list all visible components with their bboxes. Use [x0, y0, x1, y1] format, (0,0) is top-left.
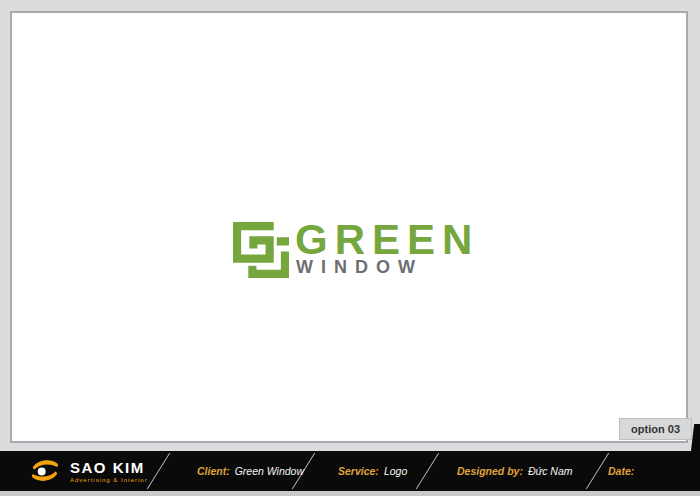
footer-bar: SAO KIM Advertising & Interior Client: G…: [0, 451, 700, 491]
footer-corner-wedge: [691, 424, 700, 451]
field-designed-by-value: Đức Nam: [528, 465, 573, 477]
green-window-frames-icon: [233, 222, 289, 278]
footer-separator: [586, 453, 609, 489]
saokim-brand: SAO KIM Advertising & Interior: [28, 451, 148, 491]
field-service-label: Service:: [338, 465, 379, 477]
field-client-label: Client:: [197, 465, 230, 477]
footer-separator: [147, 453, 170, 489]
saokim-eye-icon: [28, 454, 62, 488]
option-badge: option 03: [619, 418, 692, 440]
field-client-value: Green Window: [235, 465, 304, 477]
field-date: Date:: [608, 451, 639, 491]
field-date-label: Date:: [608, 465, 634, 477]
saokim-tagline: Advertising & Interior: [70, 477, 148, 483]
saokim-brand-text: SAO KIM Advertising & Interior: [70, 460, 148, 483]
saokim-name: SAO KIM: [70, 460, 148, 475]
field-service: Service: Logo: [338, 451, 407, 491]
bottom-strip: [0, 491, 700, 496]
field-service-value: Logo: [384, 465, 407, 477]
footer-separator: [416, 453, 439, 489]
field-client: Client: Green Window: [197, 451, 304, 491]
field-designed-by: Designed by: Đức Nam: [457, 451, 573, 491]
logo-wordmark: GREEN: [295, 219, 479, 261]
logo-subtext: WINDOW: [296, 258, 423, 276]
presentation-page: GREEN WINDOW option 03 SAO KIM Advertisi…: [0, 0, 700, 496]
design-canvas: GREEN WINDOW option 03: [10, 11, 688, 443]
field-designed-by-label: Designed by:: [457, 465, 523, 477]
